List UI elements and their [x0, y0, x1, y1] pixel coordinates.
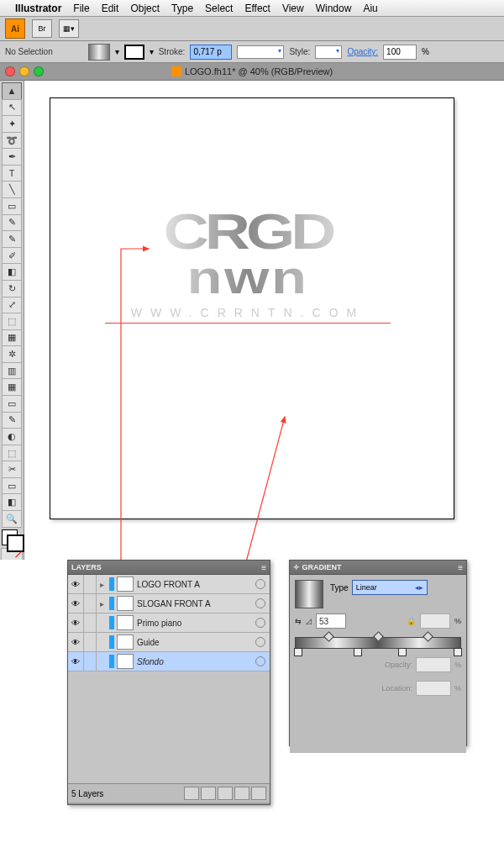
layer-row[interactable]: 👁 Guide: [68, 633, 270, 652]
arrange-docs-button[interactable]: ▦▾: [59, 19, 79, 38]
angle-input[interactable]: 53: [316, 613, 346, 629]
tool-magic-wand[interactable]: ✦: [2, 115, 22, 133]
visibility-icon[interactable]: 👁: [68, 633, 84, 651]
tool-selection[interactable]: ▲: [2, 82, 22, 100]
tool-line[interactable]: ╲: [2, 181, 22, 198]
tool-scale[interactable]: ⤢: [2, 297, 22, 314]
stop-opacity-input[interactable]: [416, 657, 451, 672]
brush-dropdown[interactable]: [237, 45, 284, 59]
layer-name[interactable]: Sfondo: [137, 657, 255, 666]
gradient-stop[interactable]: [354, 648, 362, 656]
tool-lasso[interactable]: ➰: [2, 132, 22, 150]
tool-type[interactable]: T: [2, 165, 22, 182]
canvas-area[interactable]: CRGD nwn WWW.CRRNTN.COM: [24, 81, 504, 560]
layer-row[interactable]: 👁 ▸ LOGO FRONT A: [68, 575, 270, 594]
target-icon[interactable]: [255, 656, 265, 666]
tool-slice[interactable]: ✂: [2, 461, 22, 478]
app-menu[interactable]: Illustrator: [15, 3, 61, 14]
layers-panel[interactable]: LAYERS ≡ 👁 ▸ LOGO FRONT A 👁 ▸ SLOGAN FRO…: [67, 560, 270, 805]
visibility-icon[interactable]: 👁: [68, 594, 84, 613]
style-dropdown[interactable]: [315, 45, 342, 59]
menu-file[interactable]: File: [73, 3, 89, 14]
gradient-stop[interactable]: [398, 648, 407, 656]
panel-menu-icon[interactable]: ≡: [458, 563, 463, 572]
tool-graph[interactable]: ▥: [2, 362, 22, 380]
tool-zoom[interactable]: 🔍: [2, 510, 22, 528]
menu-effect[interactable]: Effect: [244, 3, 270, 14]
lock-cell[interactable]: [84, 575, 97, 593]
stroke-swatch[interactable]: [124, 45, 144, 60]
menu-window[interactable]: Window: [316, 3, 352, 14]
stop-location-input[interactable]: [416, 681, 451, 696]
gradient-tab[interactable]: ✧ GRADIENT: [293, 563, 342, 571]
window-zoom[interactable]: [34, 66, 44, 76]
gradient-type-dropdown[interactable]: Linear◂▸: [352, 580, 428, 595]
disclosure-icon[interactable]: ▸: [97, 599, 107, 608]
locate-object-button[interactable]: [184, 787, 199, 800]
lock-cell[interactable]: [84, 613, 97, 632]
gradient-panel[interactable]: ✧ GRADIENT ≡ Type Linear◂▸ ⇆ ◿ 53 🔒 %: [289, 560, 467, 746]
menu-object[interactable]: Object: [130, 3, 160, 14]
bridge-button[interactable]: Br: [32, 19, 52, 38]
opacity-label[interactable]: Opacity:: [347, 47, 378, 56]
tool-rect[interactable]: ▭: [2, 197, 22, 215]
tool-warp[interactable]: ⬚: [2, 313, 22, 330]
target-icon[interactable]: [255, 618, 265, 628]
tool-free-transform[interactable]: ▦: [2, 329, 22, 347]
layers-tab[interactable]: LAYERS: [71, 563, 102, 571]
tool-pencil[interactable]: ✎: [2, 230, 22, 248]
window-minimize[interactable]: [19, 66, 29, 76]
layer-name[interactable]: SLOGAN FRONT A: [137, 599, 255, 608]
tool-symbol[interactable]: ✲: [2, 345, 22, 363]
menu-view[interactable]: View: [282, 3, 304, 14]
tool-mesh[interactable]: ▦: [2, 378, 22, 396]
visibility-icon[interactable]: 👁: [68, 613, 84, 632]
tool-rotate[interactable]: ↻: [2, 280, 22, 297]
reverse-icon[interactable]: ⇆: [295, 617, 302, 625]
opacity-input[interactable]: 100: [383, 45, 417, 60]
gradient-preview[interactable]: [295, 580, 323, 608]
target-icon[interactable]: [255, 579, 265, 589]
tool-hand[interactable]: ◧: [2, 493, 22, 511]
tool-gradient[interactable]: ▭: [2, 395, 22, 413]
lock-cell[interactable]: [84, 594, 97, 613]
gradient-stop[interactable]: [454, 648, 462, 656]
layer-name[interactable]: Guide: [137, 638, 255, 647]
visibility-icon[interactable]: 👁: [68, 575, 84, 593]
artboard[interactable]: CRGD nwn WWW.CRRNTN.COM: [50, 97, 454, 519]
tool-eyedropper[interactable]: ✎: [2, 412, 22, 429]
tool-blob[interactable]: ✐: [2, 247, 22, 265]
visibility-icon[interactable]: 👁: [68, 652, 84, 671]
menu-select[interactable]: Select: [205, 3, 233, 14]
tool-direct-select[interactable]: ↖: [2, 99, 22, 117]
layer-row[interactable]: 👁 Primo piano: [68, 613, 270, 633]
gradient-ramp[interactable]: [295, 637, 461, 649]
layer-name[interactable]: Primo piano: [137, 619, 255, 628]
new-sublayer-button[interactable]: [218, 787, 233, 800]
make-clip-button[interactable]: [201, 787, 216, 800]
gradient-stop[interactable]: [294, 648, 302, 656]
target-icon[interactable]: [255, 598, 265, 608]
fill-stroke-proxy[interactable]: [2, 529, 22, 548]
fill-swatch[interactable]: [88, 44, 110, 61]
tool-artboard[interactable]: ▭: [2, 477, 22, 495]
disclosure-icon[interactable]: ▸: [97, 580, 107, 589]
menu-edit[interactable]: Edit: [102, 3, 119, 14]
new-layer-button[interactable]: [234, 787, 249, 800]
layer-name[interactable]: LOGO FRONT A: [137, 580, 255, 589]
tool-live-paint[interactable]: ⬚: [2, 445, 22, 462]
tool-eraser[interactable]: ◧: [2, 263, 22, 281]
stroke-weight-input[interactable]: 0,717 p: [190, 45, 232, 60]
tool-brush[interactable]: ✎: [2, 214, 22, 232]
layer-row[interactable]: 👁 Sfondo: [68, 652, 270, 671]
lock-cell[interactable]: [84, 633, 97, 651]
menu-help[interactable]: Aiu: [363, 3, 377, 14]
layer-row[interactable]: 👁 ▸ SLOGAN FRONT A: [68, 594, 270, 613]
window-close[interactable]: [5, 66, 15, 76]
tool-blend[interactable]: ◐: [2, 428, 22, 445]
menu-type[interactable]: Type: [171, 3, 193, 14]
target-icon[interactable]: [255, 637, 265, 647]
tool-pen[interactable]: ✒: [2, 148, 22, 166]
panel-menu-icon[interactable]: ≡: [261, 563, 266, 572]
delete-layer-button[interactable]: [251, 787, 266, 800]
